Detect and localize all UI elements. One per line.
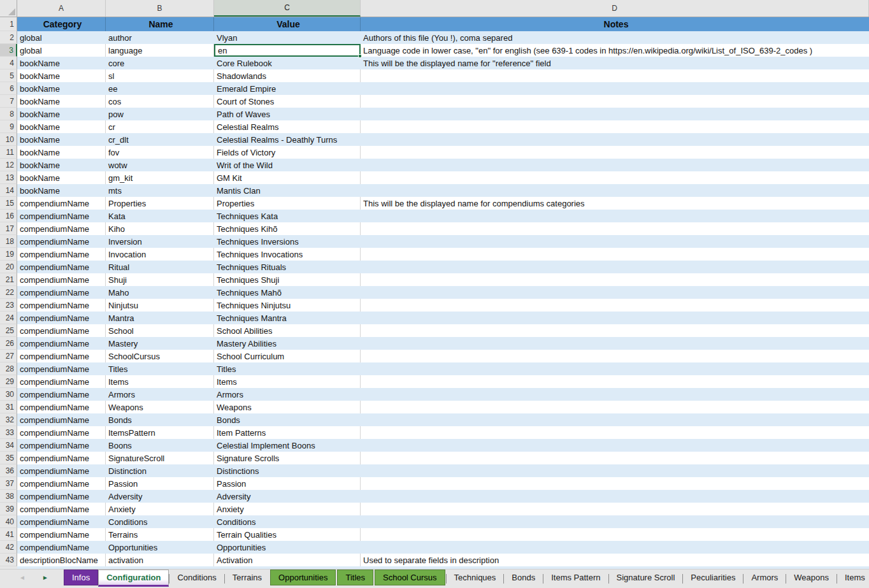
row-header-3[interactable]: 3 [0, 44, 17, 57]
cell-D29[interactable] [361, 375, 869, 388]
cell-D20[interactable] [361, 261, 869, 273]
cell-C10[interactable]: Celestial Realms - Deathly Turns [214, 133, 361, 146]
cell-B3[interactable]: language [106, 44, 214, 57]
row-header-43[interactable]: 43 [0, 554, 17, 566]
cell-C22[interactable]: Techniques Mahõ [214, 286, 361, 299]
sheet-tab-peculiarities[interactable]: Peculiarities [683, 570, 743, 585]
sheet-tab-conditions[interactable]: Conditions [169, 570, 224, 585]
cell-A25[interactable]: compendiumName [17, 324, 106, 337]
cell-D6[interactable] [361, 82, 869, 95]
cell-C29[interactable]: Items [214, 375, 361, 388]
sheet-tab-armors[interactable]: Armors [743, 570, 786, 585]
row-header-11[interactable]: 11 [0, 146, 17, 159]
cell-B23[interactable]: Ninjutsu [106, 299, 214, 312]
cell-C16[interactable]: Techniques Kata [214, 210, 361, 222]
row-header-9[interactable]: 9 [0, 120, 17, 133]
cell-D8[interactable] [361, 108, 869, 120]
cell-B2[interactable]: author [106, 31, 214, 44]
cell-C23[interactable]: Techniques Ninjutsu [214, 299, 361, 312]
row-header-27[interactable]: 27 [0, 350, 17, 362]
cell-A36[interactable]: compendiumName [17, 464, 106, 477]
cell-A32[interactable]: compendiumName [17, 413, 106, 426]
cell-C17[interactable]: Techniques Kihõ [214, 222, 361, 235]
row-header-30[interactable]: 30 [0, 388, 17, 401]
cell-A9[interactable]: bookName [17, 120, 106, 133]
sheet-tab-school-cursus[interactable]: School Cursus [375, 570, 445, 585]
cell-A33[interactable]: compendiumName [17, 426, 106, 439]
cell-A27[interactable]: compendiumName [17, 350, 106, 362]
row-header-31[interactable]: 31 [0, 401, 17, 413]
cell-D1[interactable]: Notes [361, 17, 869, 31]
cell-B8[interactable]: pow [106, 108, 214, 120]
cell-B4[interactable]: core [106, 57, 214, 69]
cell-C38[interactable]: Adversity [214, 490, 361, 503]
cell-D41[interactable] [361, 528, 869, 541]
cell-A15[interactable]: compendiumName [17, 197, 106, 210]
row-header-12[interactable]: 12 [0, 159, 17, 171]
cell-B12[interactable]: wotw [106, 159, 214, 171]
cell-C19[interactable]: Techniques Invocations [214, 248, 361, 261]
cell-D35[interactable] [361, 452, 869, 464]
cell-C36[interactable]: Distinctions [214, 464, 361, 477]
cell-B33[interactable]: ItemsPattern [106, 426, 214, 439]
sheet-tab-terrains[interactable]: Terrains [225, 570, 269, 585]
cell-B25[interactable]: School [106, 324, 214, 337]
cell-A8[interactable]: bookName [17, 108, 106, 120]
cell-D31[interactable] [361, 401, 869, 413]
cell-B32[interactable]: Bonds [106, 413, 214, 426]
cell-A29[interactable]: compendiumName [17, 375, 106, 388]
cell-D33[interactable] [361, 426, 869, 439]
cell-A7[interactable]: bookName [17, 95, 106, 108]
row-header-10[interactable]: 10 [0, 133, 17, 146]
cell-D24[interactable] [361, 312, 869, 324]
row-header-35[interactable]: 35 [0, 452, 17, 464]
cell-B13[interactable]: gm_kit [106, 171, 214, 184]
cell-D9[interactable] [361, 120, 869, 133]
row-header-2[interactable]: 2 [0, 31, 17, 44]
cell-D27[interactable] [361, 350, 869, 362]
cell-B39[interactable]: Anxiety [106, 503, 214, 515]
sheet-tab-items[interactable]: Items [837, 570, 869, 585]
cell-D38[interactable] [361, 490, 869, 503]
cell-C33[interactable]: Item Patterns [214, 426, 361, 439]
row-header-42[interactable]: 42 [0, 541, 17, 554]
cell-C18[interactable]: Techniques Inversions [214, 235, 361, 248]
cell-A1[interactable]: Category [17, 17, 106, 31]
cell-A38[interactable]: compendiumName [17, 490, 106, 503]
cell-A6[interactable]: bookName [17, 82, 106, 95]
cell-B36[interactable]: Distinction [106, 464, 214, 477]
cell-B37[interactable]: Passion [106, 477, 214, 490]
row-header-4[interactable]: 4 [0, 57, 17, 69]
cell-A20[interactable]: compendiumName [17, 261, 106, 273]
cell-B9[interactable]: cr [106, 120, 214, 133]
row-header-18[interactable]: 18 [0, 235, 17, 248]
row-header-25[interactable]: 25 [0, 324, 17, 337]
cell-C14[interactable]: Mantis Clan [214, 184, 361, 197]
cell-B10[interactable]: cr_dlt [106, 133, 214, 146]
cell-A31[interactable]: compendiumName [17, 401, 106, 413]
cell-D21[interactable] [361, 273, 869, 286]
cell-B5[interactable]: sl [106, 69, 214, 82]
row-header-26[interactable]: 26 [0, 337, 17, 350]
sheet-nav-right-icon[interactable]: ► [42, 575, 48, 581]
cell-C42[interactable]: Opportunities [214, 541, 361, 554]
cell-C6[interactable]: Emerald Empire [214, 82, 361, 95]
cell-A12[interactable]: bookName [17, 159, 106, 171]
cell-B17[interactable]: Kiho [106, 222, 214, 235]
cell-D30[interactable] [361, 388, 869, 401]
cell-C31[interactable]: Weapons [214, 401, 361, 413]
cell-A39[interactable]: compendiumName [17, 503, 106, 515]
column-header-D[interactable]: D [361, 0, 869, 17]
sheet-tab-configuration[interactable]: Configuration [98, 570, 169, 587]
cell-D10[interactable] [361, 133, 869, 146]
row-header-6[interactable]: 6 [0, 82, 17, 95]
row-header-5[interactable]: 5 [0, 69, 17, 82]
cell-A42[interactable]: compendiumName [17, 541, 106, 554]
cell-D25[interactable] [361, 324, 869, 337]
row-header-13[interactable]: 13 [0, 171, 17, 184]
cell-D28[interactable] [361, 362, 869, 375]
cell-D14[interactable] [361, 184, 869, 197]
row-header-22[interactable]: 22 [0, 286, 17, 299]
sheet-tab-weapons[interactable]: Weapons [786, 570, 837, 585]
cell-D43[interactable]: Used to separate fields in description [361, 554, 869, 566]
